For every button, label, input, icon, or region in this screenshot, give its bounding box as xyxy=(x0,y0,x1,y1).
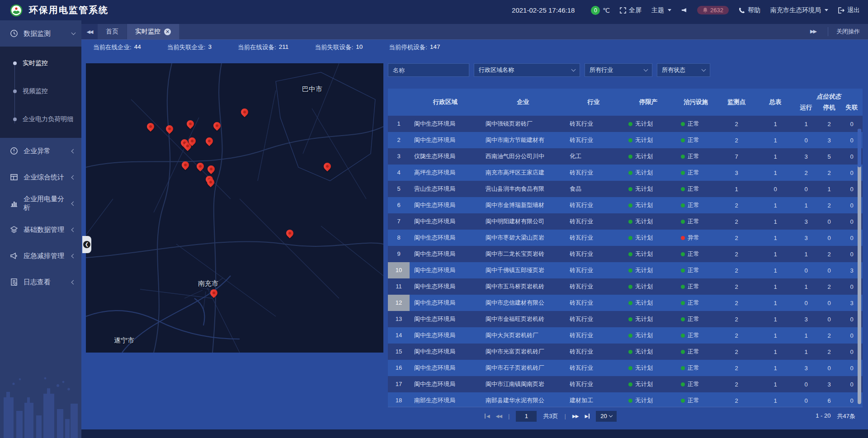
status-dot xyxy=(681,203,685,207)
cell-production-limit: 无计划 xyxy=(622,331,675,339)
table-row[interactable]: 1 阆中生态环境局 阆中强锐页岩砖厂 砖瓦行业 无计划 正常 2 1 1 xyxy=(388,116,863,132)
page-size-select[interactable]: 20 xyxy=(596,411,617,422)
cell-company: 阆中市光富页岩机砖厂 xyxy=(481,348,565,356)
cell-production-limit: 无计划 xyxy=(622,234,675,242)
status-dot xyxy=(628,350,632,354)
cell-industry: 化工 xyxy=(565,152,622,160)
cell-stopped: 3 xyxy=(817,381,841,388)
cell-company: 阆中市二龙长宝页岩砖 xyxy=(481,250,565,258)
status-dot xyxy=(628,138,632,142)
theme-menu-button[interactable]: 主题 xyxy=(651,6,671,14)
first-page-button[interactable]: ◀ xyxy=(485,414,490,419)
bar-chart-icon xyxy=(10,199,18,207)
sidebar-collapse-handle[interactable]: ❮ xyxy=(82,236,91,253)
tabs-scroll-right-button[interactable]: ▶▶ xyxy=(798,28,828,34)
cell-company: 阆中市金福旺页岩机砖 xyxy=(481,315,565,323)
status-dot xyxy=(681,252,685,256)
column-region: 行政区域 xyxy=(410,98,481,106)
cell-production-limit: 无计划 xyxy=(622,299,675,307)
sidebar-item-base-data[interactable]: 基础数据管理 xyxy=(0,217,81,243)
row-index: 2 xyxy=(388,132,410,148)
table-row[interactable]: 4 高坪生态环境局 南充市高坪区王家店建 砖瓦行业 无计划 正常 3 1 2 xyxy=(388,165,863,181)
table-header: 行政区域 企业 行业 停限产 治污设施 监测点 总表 点位状态 运行 停机 失联 xyxy=(388,89,863,116)
cell-running: 0 xyxy=(795,381,817,388)
industry-filter-select[interactable]: 所有行业 xyxy=(585,63,652,77)
name-filter-input[interactable] xyxy=(388,63,469,77)
table-row[interactable]: 17 阆中生态环境局 阆中市江南镇阆南页岩 砖瓦行业 无计划 正常 2 1 0 xyxy=(388,376,863,392)
cell-stopped: 2 xyxy=(817,121,841,127)
sidebar-item-enterprise-abnormal[interactable]: 企业异常 xyxy=(0,138,81,164)
row-index: 3 xyxy=(388,148,410,165)
chevron-left-icon xyxy=(71,254,76,258)
top-bar: 环保用电监管系统 2021-02-25 17:46:18 0 ℃ 全屏 主题 xyxy=(0,0,868,20)
logout-button[interactable]: 退出 xyxy=(838,6,860,14)
table-row[interactable]: 11 阆中生态环境局 阆中市五马桥页岩机砖 砖瓦行业 无计划 正常 2 1 1 xyxy=(388,278,863,295)
column-running: 运行 xyxy=(795,104,817,112)
row-index: 5 xyxy=(388,181,410,197)
map[interactable]: 巴中市南充市遂宁市 xyxy=(86,63,383,353)
cell-production-limit: 无计划 xyxy=(622,169,675,177)
last-page-button[interactable]: ▶ xyxy=(585,414,590,419)
table-row[interactable]: 3 仪陇生态环境局 西南油气田分公司川中 化工 无计划 正常 7 1 3 xyxy=(388,148,863,165)
datetime: 2021-02-25 17:46:18 xyxy=(512,6,575,14)
table-row[interactable]: 8 阆中生态环境局 阆中市枣碧大梁山页岩 砖瓦行业 无计划 异常 2 1 3 xyxy=(388,230,863,246)
status-filter-select[interactable]: 所有状态 xyxy=(657,63,710,77)
prev-page-button[interactable]: ◀◀ xyxy=(496,414,502,419)
status-dot xyxy=(681,171,685,175)
table-row[interactable]: 15 阆中生态环境局 阆中市光富页岩机砖厂 砖瓦行业 无计划 正常 2 1 1 xyxy=(388,344,863,360)
organization-menu[interactable]: 南充市生态环境局 xyxy=(770,6,828,14)
sidebar-item-enterprise-statistics[interactable]: 企业综合统计 xyxy=(0,164,81,190)
table-row[interactable]: 13 阆中生态环境局 阆中市金福旺页岩机砖 砖瓦行业 无计划 正常 2 1 3 xyxy=(388,311,863,327)
city-label: 遂宁市 xyxy=(114,336,134,345)
table-row[interactable]: 2 阆中生态环境局 阆中市南方节能建材有 砖瓦行业 无计划 正常 2 1 0 xyxy=(388,132,863,148)
row-index: 12 xyxy=(388,295,410,311)
table-row[interactable]: 6 阆中生态环境局 阆中市金博瑞新型墙材 砖瓦行业 无计划 正常 2 1 1 xyxy=(388,197,863,213)
help-button[interactable]: 帮助 xyxy=(739,6,760,14)
table-row[interactable]: 14 阆中生态环境局 阆中大兴页岩机砖厂 砖瓦行业 无计划 正常 2 1 1 xyxy=(388,327,863,344)
cell-production-limit: 无计划 xyxy=(622,120,675,128)
region-filter-select[interactable]: 行政区域名称 xyxy=(474,63,580,77)
table-row[interactable]: 16 阆中生态环境局 阆中市石子页岩机砖厂 砖瓦行业 无计划 正常 2 1 3 xyxy=(388,360,863,376)
table-scrollbar[interactable] xyxy=(858,129,861,404)
notifications-badge[interactable]: 2632 xyxy=(697,6,729,14)
alert-circle-icon xyxy=(10,147,18,155)
sidebar-item-realtime-monitor[interactable]: 实时监控 xyxy=(0,49,81,77)
cell-stopped: 3 xyxy=(817,137,841,144)
cell-region: 阆中生态环境局 xyxy=(410,217,481,226)
cell-total-meter: 1 xyxy=(756,300,795,306)
close-operations-button[interactable]: 关闭操作 xyxy=(828,27,868,36)
table-row[interactable]: 7 阆中生态环境局 阆中明阳建材有限公司 砖瓦行业 无计划 正常 2 1 3 xyxy=(388,213,863,230)
current-page-input[interactable]: 1 xyxy=(516,411,537,422)
cell-production-limit: 无计划 xyxy=(622,217,675,226)
cell-industry: 食品 xyxy=(565,185,622,193)
temperature-badge: 0 xyxy=(591,6,600,15)
sidebar-item-emergency-reduction[interactable]: 应急减排管理 xyxy=(0,243,81,269)
table-row[interactable]: 10 阆中生态环境局 阆中千佛镇五郎垭页岩 砖瓦行业 无计划 正常 2 1 0 xyxy=(388,262,863,278)
cell-running: 3 xyxy=(795,153,817,160)
fullscreen-button[interactable]: 全屏 xyxy=(620,6,642,14)
tabs-scroll-left-button[interactable]: ◀◀ xyxy=(81,24,98,39)
tab-home[interactable]: 首页 xyxy=(98,24,127,39)
cell-industry: 砖瓦行业 xyxy=(565,201,622,209)
table-row[interactable]: 5 营山生态环境局 营山县润丰肉食品有限 食品 无计划 正常 1 0 0 xyxy=(388,181,863,197)
table-row[interactable]: 9 阆中生态环境局 阆中市二龙长宝页岩砖 砖瓦行业 无计划 正常 2 1 1 xyxy=(388,246,863,262)
cell-running: 0 xyxy=(795,300,817,306)
cell-stopped: 0 xyxy=(817,267,841,274)
next-page-button[interactable]: ▶▶ xyxy=(572,414,578,419)
cell-region: 营山生态环境局 xyxy=(410,185,481,193)
table-row[interactable]: 18 南部生态环境局 南部县建华水泥有限公 建材加工 无计划 正常 2 1 0 xyxy=(388,392,863,407)
cell-production-limit: 无计划 xyxy=(622,136,675,144)
cell-region: 阆中生态环境局 xyxy=(410,283,481,291)
tab-realtime-monitor[interactable]: 实时监控 ✕ xyxy=(127,24,179,39)
sidebar-item-power-analysis[interactable]: 企业用电量分析 xyxy=(0,190,81,217)
table-row[interactable]: 12 阆中生态环境局 阆中市忠信建材有限公 砖瓦行业 无计划 正常 2 1 0 xyxy=(388,295,863,311)
sidebar-item-log-view[interactable]: 日志查看 xyxy=(0,269,81,295)
mute-button[interactable] xyxy=(681,7,687,13)
scrollbar-thumb[interactable] xyxy=(858,129,861,167)
cell-region: 阆中生态环境局 xyxy=(410,234,481,242)
sidebar-item-video-monitor[interactable]: 视频监控 xyxy=(0,77,81,105)
close-tab-icon[interactable]: ✕ xyxy=(164,28,171,35)
sidebar-item-data-monitor[interactable]: 数据监测 xyxy=(0,20,81,47)
sidebar-item-power-load-detail[interactable]: 企业电力负荷明细 xyxy=(0,105,81,133)
cell-production-limit: 无计划 xyxy=(622,364,675,372)
